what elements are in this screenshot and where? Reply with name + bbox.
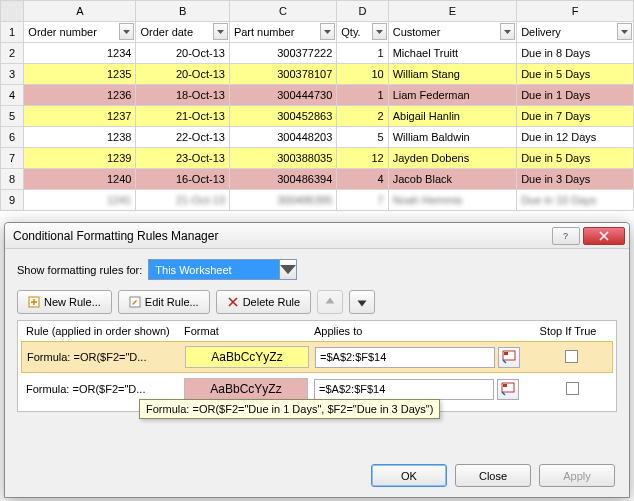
- cell[interactable]: 1238: [24, 127, 136, 148]
- cell[interactable]: 21-Oct-13: [136, 190, 229, 211]
- row-header[interactable]: 4: [1, 85, 24, 106]
- range-selector-icon[interactable]: [498, 347, 520, 368]
- cell[interactable]: 2: [337, 106, 388, 127]
- cell[interactable]: Abigail Hanlin: [388, 106, 516, 127]
- filter-dropdown-icon[interactable]: [617, 23, 632, 40]
- row-header[interactable]: 8: [1, 169, 24, 190]
- cell[interactable]: 300448203: [229, 127, 336, 148]
- apply-button[interactable]: Apply: [539, 464, 615, 487]
- col-header[interactable]: D: [337, 1, 388, 22]
- row-header[interactable]: 5: [1, 106, 24, 127]
- cell[interactable]: Noah Hemmis: [388, 190, 516, 211]
- move-down-button[interactable]: [349, 290, 375, 314]
- cell[interactable]: Qty.: [337, 22, 388, 43]
- cell[interactable]: 20-Oct-13: [136, 43, 229, 64]
- close-icon[interactable]: [583, 227, 625, 245]
- filter-dropdown-icon[interactable]: [320, 23, 335, 40]
- new-rule-button[interactable]: New Rule...: [17, 290, 112, 314]
- edit-rule-button[interactable]: Edit Rule...: [118, 290, 210, 314]
- cell[interactable]: Liam Federman: [388, 85, 516, 106]
- cell[interactable]: Michael Truitt: [388, 43, 516, 64]
- select-all-corner[interactable]: [1, 1, 24, 22]
- cell[interactable]: Order date: [136, 22, 229, 43]
- row-header[interactable]: 2: [1, 43, 24, 64]
- applies-to-input[interactable]: [314, 379, 494, 400]
- cell[interactable]: 22-Oct-13: [136, 127, 229, 148]
- filter-dropdown-icon[interactable]: [372, 23, 387, 40]
- cell[interactable]: William Stang: [388, 64, 516, 85]
- cell[interactable]: 10: [337, 64, 388, 85]
- cell[interactable]: 1240: [24, 169, 136, 190]
- cell[interactable]: 23-Oct-13: [136, 148, 229, 169]
- row-header[interactable]: 7: [1, 148, 24, 169]
- cell[interactable]: 18-Oct-13: [136, 85, 229, 106]
- show-rules-dropdown[interactable]: This Worksheet: [148, 259, 297, 280]
- cell[interactable]: 1235: [24, 64, 136, 85]
- cell[interactable]: 300452863: [229, 106, 336, 127]
- close-button[interactable]: Close: [455, 464, 531, 487]
- cell[interactable]: 7: [337, 190, 388, 211]
- row-header[interactable]: 9: [1, 190, 24, 211]
- cell[interactable]: 300486395: [229, 190, 336, 211]
- col-header[interactable]: A: [24, 1, 136, 22]
- dialog-titlebar[interactable]: Conditional Formatting Rules Manager ?: [5, 223, 629, 249]
- rule-row[interactable]: Formula: =OR($F2="D...AaBbCcYyZz: [21, 341, 613, 373]
- cell[interactable]: William Baldwin: [388, 127, 516, 148]
- cell[interactable]: 5: [337, 127, 388, 148]
- cell[interactable]: Part number: [229, 22, 336, 43]
- move-up-button[interactable]: [317, 290, 343, 314]
- svg-rect-4: [504, 352, 508, 355]
- cell[interactable]: 21-Oct-13: [136, 106, 229, 127]
- cell[interactable]: 300486394: [229, 169, 336, 190]
- cell[interactable]: 300378107: [229, 64, 336, 85]
- delete-rule-button[interactable]: Delete Rule: [216, 290, 311, 314]
- cell[interactable]: Due in 7 Days: [517, 106, 634, 127]
- cell[interactable]: Due in 10 Days: [517, 190, 634, 211]
- cell[interactable]: Jacob Black: [388, 169, 516, 190]
- cell[interactable]: Jayden Dobens: [388, 148, 516, 169]
- cell[interactable]: Due in 5 Days: [517, 64, 634, 85]
- col-header[interactable]: F: [517, 1, 634, 22]
- cell[interactable]: Due in 8 Days: [517, 43, 634, 64]
- cell[interactable]: 4: [337, 169, 388, 190]
- col-header[interactable]: C: [229, 1, 336, 22]
- cell[interactable]: 1236: [24, 85, 136, 106]
- row-header[interactable]: 6: [1, 127, 24, 148]
- cell[interactable]: Due in 1 Days: [517, 85, 634, 106]
- stop-if-true-checkbox[interactable]: [565, 350, 578, 363]
- cell[interactable]: 16-Oct-13: [136, 169, 229, 190]
- cell[interactable]: Customer: [388, 22, 516, 43]
- range-selector-icon[interactable]: [497, 379, 519, 400]
- filter-dropdown-icon[interactable]: [500, 23, 515, 40]
- help-button[interactable]: ?: [552, 227, 580, 245]
- row-header[interactable]: 1: [1, 22, 24, 43]
- spreadsheet-grid[interactable]: A B C D E F 1 Order number Order date Pa…: [0, 0, 634, 211]
- cell[interactable]: 300377222: [229, 43, 336, 64]
- filter-dropdown-icon[interactable]: [213, 23, 228, 40]
- row-header[interactable]: 3: [1, 64, 24, 85]
- cell[interactable]: Delivery: [517, 22, 634, 43]
- chevron-down-icon[interactable]: [279, 260, 296, 279]
- applies-to-input[interactable]: [315, 347, 495, 368]
- cell[interactable]: 1241: [24, 190, 136, 211]
- cell[interactable]: Due in 3 Days: [517, 169, 634, 190]
- filter-dropdown-icon[interactable]: [119, 23, 134, 40]
- cell[interactable]: Due in 5 Days: [517, 148, 634, 169]
- stop-if-true-checkbox[interactable]: [566, 382, 579, 395]
- cell[interactable]: 300444730: [229, 85, 336, 106]
- cell[interactable]: 12: [337, 148, 388, 169]
- cell[interactable]: Due in 12 Days: [517, 127, 634, 148]
- cell[interactable]: 1: [337, 43, 388, 64]
- ok-button[interactable]: OK: [371, 464, 447, 487]
- cell[interactable]: 1237: [24, 106, 136, 127]
- col-header[interactable]: B: [136, 1, 229, 22]
- cell[interactable]: 1239: [24, 148, 136, 169]
- dropdown-value: This Worksheet: [149, 260, 279, 279]
- cell[interactable]: 1234: [24, 43, 136, 64]
- cell[interactable]: 20-Oct-13: [136, 64, 229, 85]
- cell[interactable]: Order number: [24, 22, 136, 43]
- col-header[interactable]: E: [388, 1, 516, 22]
- show-rules-label: Show formatting rules for:: [17, 264, 142, 276]
- cell[interactable]: 1: [337, 85, 388, 106]
- cell[interactable]: 300388035: [229, 148, 336, 169]
